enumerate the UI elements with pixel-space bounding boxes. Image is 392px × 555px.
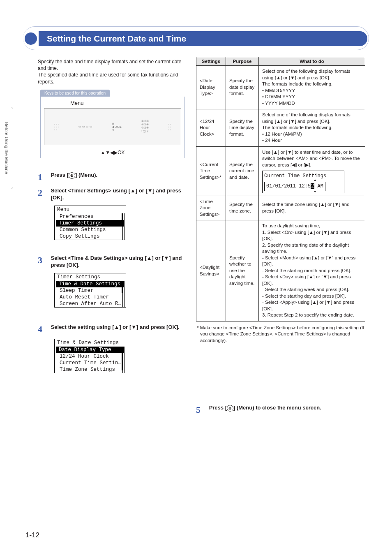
side-tab: Before Using the Machine	[0, 107, 13, 189]
lcd-timer-row-0: Time & Date Settings	[56, 281, 124, 287]
control-panel-illustration: Menu ◦ ◦ ◦◦ ◦ ◦◦ ◦ ▭ ▭ ▭ ▭ ◉◀ OK ▶▼ ①②③④…	[40, 97, 185, 158]
lcd-timer-row-1: Sleep Timer	[55, 287, 126, 294]
cell-what: To use daylight saving time, 1. Select <…	[259, 220, 365, 321]
cell-what: Use [▲] or [▼] to enter time and date, o…	[259, 146, 365, 196]
title-bullet-icon	[25, 32, 37, 45]
step-1: 1 Press [⊛] (Menu).	[38, 172, 190, 183]
cell-setting: <Date Display Type>	[196, 66, 226, 109]
cell-what: Select the time zone using [▲] or [▼] an…	[259, 196, 365, 220]
side-tab-label: Before Using the Machine	[4, 122, 9, 174]
table-row: <Current Time Settings>* Specify the cur…	[196, 146, 365, 196]
lcd-timedate-row-3: Time Zone Settings	[55, 366, 126, 373]
cell-purpose: Specify the time display format.	[226, 109, 259, 147]
mini-lcd-cursor: 2	[311, 183, 314, 189]
lcd-menu: Menu Preferences Timer Settings Common S…	[54, 206, 126, 240]
lcd-menu-title: Menu	[55, 206, 126, 213]
step-5-text: Press [⊛] (Menu) to close the menu scree…	[209, 405, 345, 412]
cell-setting: <Daylight Savings>	[196, 220, 226, 321]
menu-label: Menu	[70, 100, 84, 106]
cell-setting: <Time Zone Settings>	[196, 196, 226, 220]
footnote: * Make sure to configure <Time Zone Sett…	[196, 325, 365, 344]
cell-purpose: Specify the current time and date.	[226, 146, 259, 196]
lcd-menu-row-2: Common Settings	[55, 227, 126, 233]
step-2-num: 2	[38, 187, 49, 198]
table-row: <Time Zone Settings> Specify the time zo…	[196, 196, 365, 220]
step-1-num: 1	[38, 172, 49, 183]
step-4: 4 Select the setting using [▲] or [▼] an…	[38, 324, 190, 373]
mini-lcd: Current Time Settings ▲ 01/01/2011 12:52…	[262, 171, 344, 193]
th-settings: Settings	[196, 57, 226, 66]
cell-what: Select one of the following display form…	[259, 66, 365, 109]
mini-lcd-title: Current Time Settings	[264, 173, 342, 179]
lcd-timer-row-3: Screen After Auto R…	[55, 301, 126, 307]
settings-table: Settings Purpose What to do <Date Displa…	[196, 57, 365, 321]
step-5-num: 5	[196, 405, 208, 415]
lcd-menu-row-3: Copy Settings	[55, 233, 126, 240]
lcd-scrollbar	[122, 213, 125, 240]
lcd-scrollbar	[122, 281, 125, 307]
cell-setting: <12/24 Hour Clock>	[196, 109, 226, 147]
lcd-timedate: Time & Date Settings Date Display Type 1…	[54, 339, 126, 373]
menu-button-icon: ⊛	[69, 172, 75, 179]
panel-ok-legend: ▲▼◀▶OK	[100, 150, 125, 155]
arrow-up-icon: ▲	[314, 178, 316, 183]
step-2-text: Select <Timer Settings> using [▲] or [▼]…	[51, 187, 187, 201]
th-purpose: Purpose	[226, 57, 259, 66]
step-3: 3 Select <Time & Date Settings> using [▲…	[38, 255, 190, 308]
step-2: 2 Select <Timer Settings> using [▲] or […	[38, 187, 190, 240]
step-3-num: 3	[38, 255, 49, 266]
lcd-timedate-title: Time & Date Settings	[55, 339, 126, 347]
menu-button-icon: ⊛	[227, 405, 233, 412]
step-4-text: Select the setting using [▲] or [▼] and …	[51, 324, 187, 331]
cell-setting: <Current Time Settings>*	[196, 146, 226, 196]
keys-header: Keys to be used for this operation	[40, 90, 110, 97]
intro-text: Specify the date and time display format…	[38, 58, 186, 85]
step-3-text: Select <Time & Date Settings> using [▲] …	[51, 255, 187, 269]
lcd-scrollbar	[122, 347, 125, 373]
lcd-timer-row-2: Auto Reset Timer	[55, 294, 126, 301]
cell-purpose: Specify the time zone.	[226, 196, 259, 220]
step-5: 5 Press [⊛] (Menu) to close the menu scr…	[196, 405, 365, 415]
cell-purpose: Specify the date display format.	[226, 66, 259, 109]
lcd-timedate-row-0: Date Display Type	[56, 347, 124, 353]
table-row: <12/24 Hour Clock> Specify the time disp…	[196, 109, 365, 147]
mini-lcd-suffix: AM	[314, 183, 323, 189]
page-title: Setting the Current Date and Time	[39, 31, 367, 46]
lcd-menu-row-1: Timer Settings	[56, 220, 124, 227]
th-whattodo: What to do	[259, 57, 365, 66]
cell-purpose: Specify whether to use the daylight savi…	[226, 220, 259, 321]
title-banner: Setting the Current Date and Time	[25, 29, 367, 49]
mini-lcd-datevalue: 01/01/2011 12:5	[266, 183, 311, 189]
mini-lcd-date: ▲ 01/01/2011 12:52 AM ▼	[264, 182, 325, 191]
panel-drawing: ◦ ◦ ◦◦ ◦ ◦◦ ◦ ▭ ▭ ▭ ▭ ◉◀ OK ▶▼ ①②③④⑤⑥⑦⑧⑨…	[44, 108, 181, 145]
lcd-menu-row-0: Preferences	[55, 213, 126, 220]
step-4-num: 4	[38, 324, 49, 335]
lcd-timer-title: Timer Settings	[55, 273, 126, 281]
lcd-timedate-row-1: 12/24 Hour Clock	[55, 353, 126, 360]
cell-what-text: Use [▲] or [▼] to enter time and date, o…	[262, 150, 360, 167]
lcd-timer: Timer Settings Time & Date Settings Slee…	[54, 273, 126, 308]
page-number: 1-12	[25, 531, 39, 539]
table-row: <Daylight Savings> Specify whether to us…	[196, 220, 365, 321]
cell-what: Select one of the following display form…	[259, 109, 365, 147]
table-row: <Date Display Type> Specify the date dis…	[196, 66, 365, 109]
arrow-down-icon: ▼	[314, 190, 316, 194]
lcd-timedate-row-2: Current Time Settin…	[55, 360, 126, 366]
settings-table-wrap: Settings Purpose What to do <Date Displa…	[196, 57, 365, 344]
keys-box: Keys to be used for this operation Menu …	[40, 90, 185, 158]
step-1-text: Press [⊛] (Menu).	[51, 172, 187, 179]
